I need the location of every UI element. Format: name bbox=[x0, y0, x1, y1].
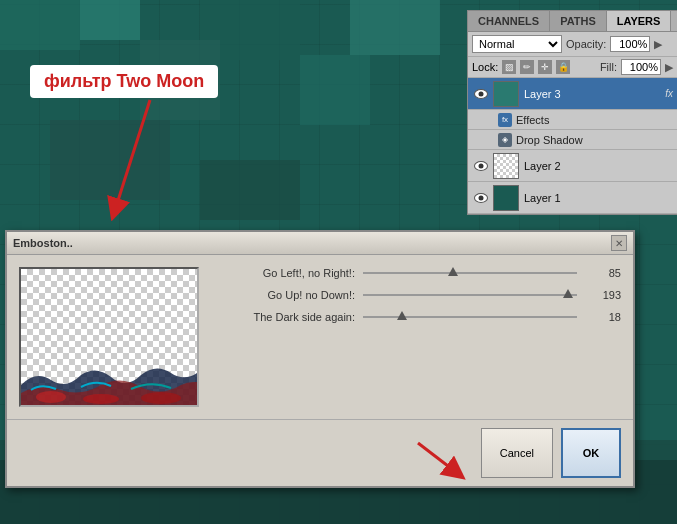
svg-line-0 bbox=[115, 100, 150, 210]
canvas-arrow bbox=[100, 95, 180, 225]
layer3-visibility[interactable] bbox=[472, 85, 490, 103]
dialog-buttons-row: Cancel OK bbox=[7, 419, 633, 486]
lock-move[interactable]: ✛ bbox=[538, 60, 552, 74]
effects-item: fx Effects bbox=[468, 110, 677, 130]
tab-channels[interactable]: CHANNELS bbox=[468, 11, 550, 31]
slider-row-2: Go Up! no Down!: 193 bbox=[215, 289, 621, 301]
drop-shadow-icon: ◈ bbox=[498, 133, 512, 147]
layer2-name: Layer 2 bbox=[524, 160, 673, 172]
drop-shadow-item: ◈ Drop Shadow bbox=[468, 130, 677, 150]
sliders-area: Go Left!, no Right!: 85 Go Up! no Down!:… bbox=[215, 267, 621, 407]
opacity-input[interactable] bbox=[610, 36, 650, 52]
layer2-thumbnail bbox=[493, 153, 519, 179]
dialog-body: Go Left!, no Right!: 85 Go Up! no Down!:… bbox=[7, 255, 633, 419]
layer3-thumbnail bbox=[493, 81, 519, 107]
layer-item-2[interactable]: Layer 2 bbox=[468, 150, 677, 182]
slider1-thumb[interactable] bbox=[448, 267, 458, 276]
preview-wave-svg bbox=[21, 355, 199, 405]
slider2-value: 193 bbox=[585, 289, 621, 301]
dialog-titlebar: Emboston.. ✕ bbox=[7, 232, 633, 255]
canvas-label: фильтр Two Moon bbox=[30, 65, 218, 98]
slider1-value: 85 bbox=[585, 267, 621, 279]
slider2-thumb[interactable] bbox=[563, 289, 573, 298]
slider3-track[interactable] bbox=[363, 316, 577, 318]
layer1-visibility[interactable] bbox=[472, 189, 490, 207]
slider-row-1: Go Left!, no Right!: 85 bbox=[215, 267, 621, 279]
layer3-fx: fx bbox=[665, 88, 673, 99]
filter-preview bbox=[19, 267, 199, 407]
fill-label: Fill: bbox=[600, 61, 617, 73]
drop-shadow-label: Drop Shadow bbox=[516, 134, 583, 146]
effects-icon: fx bbox=[498, 113, 512, 127]
svg-point-3 bbox=[141, 392, 181, 404]
svg-line-4 bbox=[418, 443, 461, 476]
slider2-label: Go Up! no Down!: bbox=[215, 289, 355, 301]
layer-item-1[interactable]: Layer 1 bbox=[468, 182, 677, 214]
layer2-visibility[interactable] bbox=[472, 157, 490, 175]
slider3-value: 18 bbox=[585, 311, 621, 323]
dialog-title: Emboston.. bbox=[13, 237, 73, 249]
layers-panel: CHANNELS PATHS LAYERS Normal Multiply Sc… bbox=[467, 10, 677, 215]
layers-tabs: CHANNELS PATHS LAYERS bbox=[468, 11, 677, 32]
layer-item-3[interactable]: Layer 3 fx bbox=[468, 78, 677, 110]
lock-transparency[interactable]: ▨ bbox=[502, 60, 516, 74]
lock-paint[interactable]: ✏ bbox=[520, 60, 534, 74]
eye-icon-layer2 bbox=[474, 161, 488, 171]
ok-button[interactable]: OK bbox=[561, 428, 621, 478]
layer1-thumbnail bbox=[493, 185, 519, 211]
slider-row-3: The Dark side again: 18 bbox=[215, 311, 621, 323]
eye-icon-layer1 bbox=[474, 193, 488, 203]
eye-icon-layer3 bbox=[474, 89, 488, 99]
lock-row: Lock: ▨ ✏ ✛ 🔒 Fill: ▶ bbox=[468, 57, 677, 78]
tab-layers[interactable]: LAYERS bbox=[607, 11, 672, 31]
dialog: Emboston.. ✕ Go Left!, bbox=[5, 230, 635, 488]
effects-label: Effects bbox=[516, 114, 549, 126]
tab-paths[interactable]: PATHS bbox=[550, 11, 607, 31]
blend-mode-select[interactable]: Normal Multiply Screen bbox=[472, 35, 562, 53]
svg-point-2 bbox=[83, 394, 119, 404]
layer3-name: Layer 3 bbox=[524, 88, 662, 100]
cancel-button[interactable]: Cancel bbox=[481, 428, 553, 478]
layer1-name: Layer 1 bbox=[524, 192, 673, 204]
lock-all[interactable]: 🔒 bbox=[556, 60, 570, 74]
slider1-track[interactable] bbox=[363, 272, 577, 274]
slider3-label: The Dark side again: bbox=[215, 311, 355, 323]
slider3-thumb[interactable] bbox=[397, 311, 407, 320]
dialog-close-button[interactable]: ✕ bbox=[611, 235, 627, 251]
slider1-label: Go Left!, no Right!: bbox=[215, 267, 355, 279]
fill-input[interactable] bbox=[621, 59, 661, 75]
ok-arrow bbox=[413, 438, 473, 488]
svg-point-1 bbox=[36, 391, 66, 403]
blend-mode-row: Normal Multiply Screen Opacity: ▶ bbox=[468, 32, 677, 57]
opacity-label: Opacity: bbox=[566, 38, 606, 50]
slider2-track[interactable] bbox=[363, 294, 577, 296]
lock-label: Lock: bbox=[472, 61, 498, 73]
